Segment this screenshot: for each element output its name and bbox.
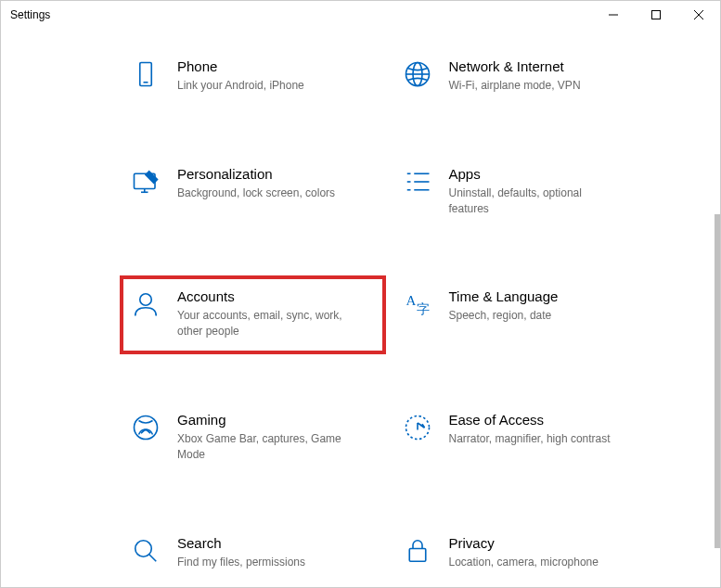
minimize-button[interactable] — [592, 1, 635, 29]
tile-desc: Background, lock screen, colors — [177, 185, 335, 201]
tile-title: Phone — [177, 58, 304, 74]
tile-personalization[interactable]: Personalization Background, lock screen,… — [122, 155, 384, 230]
tile-desc: Location, camera, microphone — [449, 555, 599, 570]
tile-desc: Uninstall, defaults, optional features — [449, 185, 616, 217]
tile-desc: Narrator, magnifier, high contrast — [449, 431, 611, 447]
ease-of-access-icon — [403, 414, 432, 443]
tile-desc: Xbox Game Bar, captures, Game Mode — [177, 431, 344, 463]
scrollbar[interactable] — [715, 214, 720, 548]
tile-title: Ease of Access — [449, 412, 611, 428]
svg-point-18 — [140, 294, 152, 306]
svg-rect-1 — [652, 11, 661, 19]
globe-icon — [403, 60, 432, 90]
person-icon — [131, 290, 161, 320]
tile-time-language[interactable]: A字 Time & Language Speech, region, date — [393, 277, 656, 352]
titlebar: Settings — [1, 1, 720, 29]
window-title: Settings — [10, 8, 50, 21]
maximize-button[interactable] — [635, 1, 677, 29]
tile-title: Accounts — [177, 288, 344, 304]
svg-text:字: 字 — [416, 302, 429, 316]
personalization-icon — [131, 168, 161, 198]
tile-title: Search — [177, 535, 305, 551]
apps-icon — [403, 168, 432, 198]
tile-desc: Link your Android, iPhone — [177, 78, 304, 94]
svg-point-21 — [135, 415, 158, 439]
settings-content: Phone Link your Android, iPhone Network … — [1, 29, 720, 587]
tile-accounts[interactable]: Accounts Your accounts, email, sync, wor… — [122, 277, 384, 352]
tile-title: Time & Language — [449, 288, 559, 304]
tile-desc: Find my files, permissions — [177, 555, 305, 570]
tile-ease-of-access[interactable]: Ease of Access Narrator, magnifier, high… — [393, 401, 656, 476]
svg-text:A: A — [406, 294, 416, 309]
window-controls — [592, 1, 720, 29]
lock-icon — [403, 537, 432, 567]
tile-title: Apps — [449, 166, 616, 182]
svg-line-25 — [149, 554, 157, 561]
tile-title: Privacy — [449, 535, 599, 551]
svg-point-24 — [135, 540, 152, 556]
xbox-icon — [131, 414, 161, 443]
tile-search[interactable]: Search Find my files, permissions — [122, 524, 384, 583]
time-language-icon: A字 — [403, 290, 432, 320]
tile-network[interactable]: Network & Internet Wi-Fi, airplane mode,… — [393, 47, 656, 107]
phone-icon — [131, 60, 161, 90]
tile-desc: Wi-Fi, airplane mode, VPN — [449, 78, 581, 94]
tile-desc: Your accounts, email, sync, work, other … — [177, 308, 344, 339]
tile-phone[interactable]: Phone Link your Android, iPhone — [122, 47, 384, 107]
svg-rect-26 — [409, 548, 426, 561]
settings-grid: Phone Link your Android, iPhone Network … — [122, 47, 655, 587]
tile-apps[interactable]: Apps Uninstall, defaults, optional featu… — [393, 155, 656, 230]
close-button[interactable] — [677, 1, 720, 29]
tile-title: Personalization — [177, 166, 335, 182]
tile-gaming[interactable]: Gaming Xbox Game Bar, captures, Game Mod… — [122, 401, 384, 476]
tile-desc: Speech, region, date — [449, 308, 559, 324]
tile-privacy[interactable]: Privacy Location, camera, microphone — [393, 524, 656, 583]
tile-title: Network & Internet — [449, 58, 581, 74]
search-icon — [131, 537, 161, 567]
tile-title: Gaming — [177, 412, 344, 428]
